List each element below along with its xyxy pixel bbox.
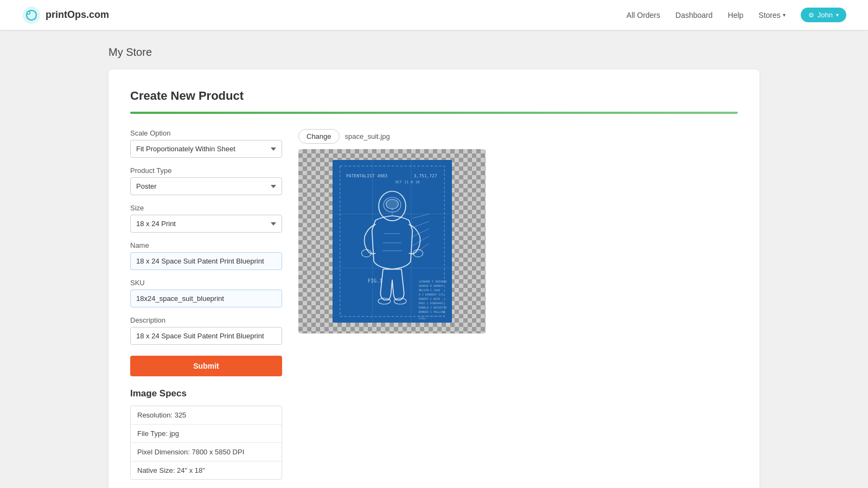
form-section: Scale Option Fit Proportionately Within … (130, 129, 282, 480)
name-input[interactable] (130, 252, 282, 270)
specs-table: Resolution: 325 File Type: jpg Pixel Dim… (130, 406, 282, 480)
svg-text:57892: 57892 (418, 317, 426, 320)
svg-text:ERIC L RINEHART: ERIC L RINEHART (418, 301, 443, 305)
nav-all-orders[interactable]: All Orders (627, 11, 660, 20)
blueprint-svg: PATENTALIST 4983 3,751,727 OCT 11 H 10 (333, 160, 452, 323)
svg-text:OCT 11 H 10: OCT 11 H 10 (395, 180, 419, 184)
svg-text:ROBERT C WISE: ROBERT C WISE (418, 297, 440, 300)
gear-icon: ⚙ (808, 11, 814, 19)
svg-text:GEORGE R DURNEY: GEORGE R DURNEY (418, 284, 443, 287)
progress-bar-fill (130, 112, 738, 114)
progress-bar-container (130, 112, 738, 114)
size-label: Size (130, 204, 282, 212)
name-group: Name (130, 241, 282, 270)
brand-icon (22, 5, 41, 25)
product-type-group: Product Type Poster (130, 166, 282, 195)
form-image-layout: Scale Option Fit Proportionately Within … (130, 129, 738, 480)
image-header: Change space_suit.jpg (298, 129, 738, 144)
svg-point-0 (23, 6, 40, 23)
svg-text:LEONARD F SHEARER: LEONARD F SHEARER (418, 280, 447, 283)
svg-text:3,751,727: 3,751,727 (413, 174, 437, 178)
sku-group: SKU (130, 279, 282, 307)
checkered-background: PATENTALIST 4983 3,751,727 OCT 11 H 10 (298, 149, 486, 333)
change-image-button[interactable]: Change (298, 129, 340, 144)
nav-dashboard[interactable]: Dashboard (675, 11, 713, 20)
image-preview: PATENTALIST 4983 3,751,727 OCT 11 H 10 (298, 149, 486, 333)
main-card: Create New Product Scale Option Fit Prop… (108, 69, 760, 488)
blueprint-image: PATENTALIST 4983 3,751,727 OCT 11 H 10 (333, 160, 452, 323)
scale-option-label: Scale Option (130, 129, 282, 137)
spec-nativesize: Native Size: 24" x 18" (131, 461, 282, 479)
svg-text:RONALD J BESSETTE: RONALD J BESSETTE (418, 306, 446, 309)
svg-point-3 (28, 11, 30, 14)
spec-resolution: Resolution: 325 (131, 406, 282, 425)
size-select[interactable]: 18 x 24 Print (130, 215, 282, 233)
scale-option-group: Scale Option Fit Proportionately Within … (130, 129, 282, 158)
image-filename: space_suit.jpg (345, 132, 390, 140)
svg-text:MELVIN C CASE: MELVIN C CASE (418, 288, 440, 292)
page-wrapper: My Store Create New Product Scale Option… (0, 30, 868, 488)
size-group: Size 18 x 24 Print (130, 204, 282, 233)
image-section: Change space_suit.jpg (298, 129, 738, 333)
user-menu-button[interactable]: ⚙ John ▾ (801, 8, 846, 22)
nav-help[interactable]: Help (728, 11, 744, 20)
user-chevron-icon: ▾ (836, 12, 839, 18)
stores-chevron-icon: ▾ (783, 12, 786, 18)
product-type-label: Product Type (130, 166, 282, 175)
product-type-select[interactable]: Poster (130, 177, 282, 195)
nav-links: All Orders Dashboard Help Stores ▾ ⚙ Joh… (627, 8, 846, 22)
name-label: Name (130, 241, 282, 249)
image-specs-title: Image Specs (130, 388, 282, 399)
svg-text:BONNIE C PULLING: BONNIE C PULLING (418, 310, 445, 313)
store-title: My Store (108, 46, 760, 59)
sku-input[interactable] (130, 290, 282, 307)
description-input[interactable] (130, 327, 282, 345)
description-label: Description (130, 316, 282, 324)
spec-pixeldim: Pixel Dimension: 7800 x 5850 DPI (131, 443, 282, 461)
description-group: Description (130, 316, 282, 345)
card-title: Create New Product (130, 89, 738, 103)
sku-label: SKU (130, 279, 282, 287)
brand-logo[interactable]: printOps.com (22, 5, 109, 25)
svg-text:FIG.I: FIG.I (367, 278, 382, 284)
navbar: printOps.com All Orders Dashboard Help S… (0, 0, 868, 30)
svg-text:A J KENNEDY III: A J KENNEDY III (418, 293, 443, 296)
brand-name: printOps.com (46, 9, 109, 21)
submit-button[interactable]: Submit (130, 356, 282, 376)
scale-option-select[interactable]: Fit Proportionately Within Sheet (130, 140, 282, 158)
spec-filetype: File Type: jpg (131, 425, 282, 443)
nav-stores[interactable]: Stores ▾ (758, 11, 785, 20)
svg-point-15 (386, 199, 398, 209)
svg-text:PATENTALIST 4983: PATENTALIST 4983 (346, 174, 387, 178)
